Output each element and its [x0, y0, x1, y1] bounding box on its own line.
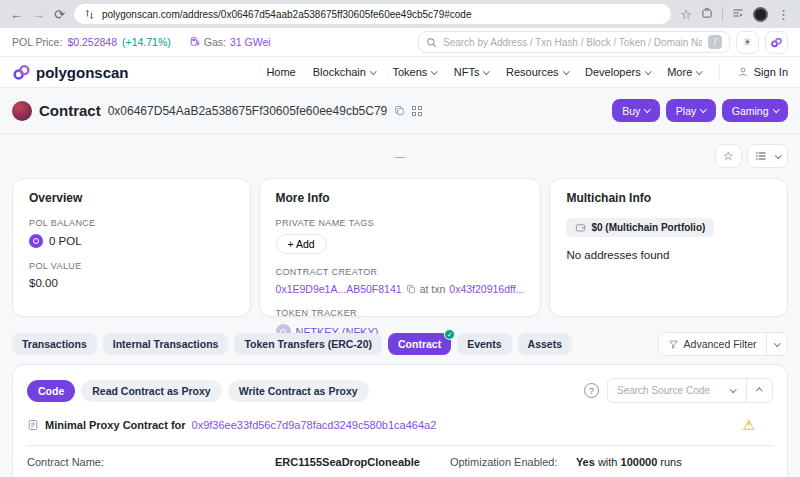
proxy-notice-text: Minimal Proxy Contract for: [45, 419, 186, 431]
browser-profile-avatar[interactable]: [753, 7, 768, 22]
view-options-button[interactable]: [747, 144, 789, 168]
source-code-search[interactable]: [607, 378, 773, 403]
favorite-button[interactable]: ☆: [715, 144, 742, 168]
chevron-down-icon: [645, 68, 651, 74]
site-info-icon[interactable]: [84, 9, 95, 20]
chevron-down-icon: [563, 68, 569, 74]
main-nav: polygonscan Home Blockchain Tokens NFTs …: [0, 57, 800, 88]
nav-resources[interactable]: Resources: [506, 66, 568, 78]
tab-contract-label: Contract: [398, 338, 441, 350]
pol-price-value[interactable]: $0.252848: [67, 36, 117, 48]
buy-label: Buy: [622, 105, 640, 117]
brand-logo[interactable]: polygonscan: [12, 63, 129, 82]
tab-token-transfers[interactable]: Token Transfers (ERC-20): [234, 333, 382, 355]
search-next-button[interactable]: [720, 379, 746, 402]
private-name-tags-label: PRIVATE NAME TAGS: [276, 218, 525, 228]
nav-home[interactable]: Home: [266, 66, 295, 78]
polygon-network-icon: [770, 36, 783, 49]
gas-value[interactable]: 31 GWei: [230, 36, 271, 48]
back-icon[interactable]: ←: [10, 8, 23, 21]
tab-contract[interactable]: Contract✓: [388, 333, 451, 355]
chevron-up-icon: [756, 388, 762, 394]
global-search[interactable]: /: [418, 31, 730, 53]
tab-transactions[interactable]: Transactions: [12, 333, 97, 355]
info-cards: Overview POL BALANCE 0 POL POL VALUE $0.…: [0, 178, 800, 317]
more-info-title: More Info: [276, 191, 525, 205]
overview-title: Overview: [29, 191, 234, 205]
creator-address-link[interactable]: 0x1E9D9e1A...AB50F8141: [276, 283, 402, 295]
tab-internal-transactions[interactable]: Internal Transactions: [103, 333, 229, 355]
help-icon[interactable]: ?: [584, 383, 599, 398]
theme-toggle-button[interactable]: ☀: [736, 31, 759, 54]
nav-developers[interactable]: Developers: [585, 66, 650, 78]
advanced-filter-label: Advanced Filter: [684, 338, 757, 350]
play-button[interactable]: Play: [666, 99, 716, 122]
nav-nfts[interactable]: NFTs: [454, 66, 489, 78]
advanced-filter-dropdown[interactable]: [766, 333, 788, 355]
nav-more[interactable]: More: [667, 66, 702, 78]
chevron-down-icon: [484, 68, 490, 74]
nav-tokens-label: Tokens: [392, 66, 427, 78]
nav-resources-label: Resources: [506, 66, 559, 78]
copy-creator-icon[interactable]: [406, 284, 416, 294]
page-title: Contract: [39, 102, 101, 119]
bookmark-star-icon[interactable]: ☆: [680, 8, 692, 21]
contract-name-row: Contract Name: ERC1155SeaDropCloneable: [27, 446, 420, 477]
user-icon: [737, 66, 749, 78]
pol-price-change: (+14.71%): [122, 36, 171, 48]
warning-icon[interactable]: ⚠: [742, 418, 755, 432]
contract-header: Contract 0x06467D54AaB2a538675Ff30605fe6…: [0, 88, 800, 134]
add-name-tag-button[interactable]: + Add: [276, 234, 327, 254]
chevron-down-icon: [696, 68, 702, 74]
search-shortcut-badge: /: [708, 35, 722, 49]
funnel-icon: [668, 339, 679, 350]
tab-events[interactable]: Events: [457, 333, 511, 355]
advanced-filter-button[interactable]: Advanced Filter: [658, 332, 788, 356]
gaming-button[interactable]: Gaming: [722, 99, 788, 122]
nav-more-label: More: [667, 66, 692, 78]
contract-address: 0x06467D54AaB2a538675Ff30605fe60ee49cb5C…: [108, 104, 388, 118]
subtab-code[interactable]: Code: [27, 380, 75, 402]
network-switch-button[interactable]: [765, 31, 788, 54]
play-label: Play: [676, 105, 696, 117]
optimization-row: Optimization Enabled: Yes with 100000 ru…: [450, 446, 773, 477]
reload-icon[interactable]: ⟳: [54, 8, 65, 21]
browser-chrome: ← → ⟳ polygonscan.com/address/0x06467d54…: [0, 0, 800, 28]
chevron-down-icon: [730, 386, 736, 392]
tab-assets[interactable]: Assets: [518, 333, 572, 355]
more-info-card: More Info PRIVATE NAME TAGS + Add CONTRA…: [259, 178, 542, 317]
source-search-input[interactable]: [608, 385, 720, 396]
pol-balance-value: 0 POL: [49, 235, 82, 247]
proxy-implementation-link[interactable]: 0x9f36ee33fd56c7d9a78facd3249c580b1ca464…: [192, 419, 437, 431]
pol-balance-label: POL BALANCE: [29, 218, 234, 228]
proxy-notice: Minimal Proxy Contract for 0x9f36ee33fd5…: [27, 418, 773, 432]
buy-button[interactable]: Buy: [612, 99, 660, 122]
sign-in-button[interactable]: Sign In: [737, 66, 788, 78]
nav-blockchain[interactable]: Blockchain: [313, 66, 376, 78]
address-bar[interactable]: polygonscan.com/address/0x06467d54aab2a5…: [74, 4, 671, 24]
at-txn-label: at txn: [420, 283, 446, 295]
global-search-input[interactable]: [443, 37, 702, 48]
subtab-read-contract-as-proxy[interactable]: Read Contract as Proxy: [81, 380, 221, 402]
optimization-value: Yes with 100000 runs: [576, 456, 682, 468]
search-prev-button[interactable]: [746, 379, 772, 402]
nav-divider: [719, 65, 720, 79]
nav-tokens[interactable]: Tokens: [392, 66, 436, 78]
chevron-down-icon: [644, 106, 650, 112]
address-tabs: Transactions Internal Transactions Token…: [0, 317, 800, 356]
optimization-runs-suffix: runs: [657, 456, 681, 468]
optimization-label: Optimization Enabled:: [450, 456, 576, 468]
chevron-down-icon: [773, 106, 779, 112]
browser-menu-icon[interactable]: ⋮: [777, 8, 790, 21]
qr-code-icon[interactable]: [412, 106, 422, 116]
subtab-write-contract-as-proxy[interactable]: Write Contract as Proxy: [228, 380, 369, 402]
toolbar-row: — ☆: [0, 134, 800, 178]
gas-pump-icon: [190, 36, 200, 49]
multichain-portfolio-badge[interactable]: $0 (Multichain Portfolio): [566, 218, 714, 237]
media-controls-icon[interactable]: [732, 7, 744, 21]
extensions-icon[interactable]: [701, 7, 713, 21]
forward-icon[interactable]: →: [32, 8, 45, 21]
copy-address-icon[interactable]: [394, 105, 405, 116]
creator-txn-link[interactable]: 0x43f20916dff...: [449, 283, 524, 295]
multichain-empty-text: No addresses found: [566, 249, 771, 261]
